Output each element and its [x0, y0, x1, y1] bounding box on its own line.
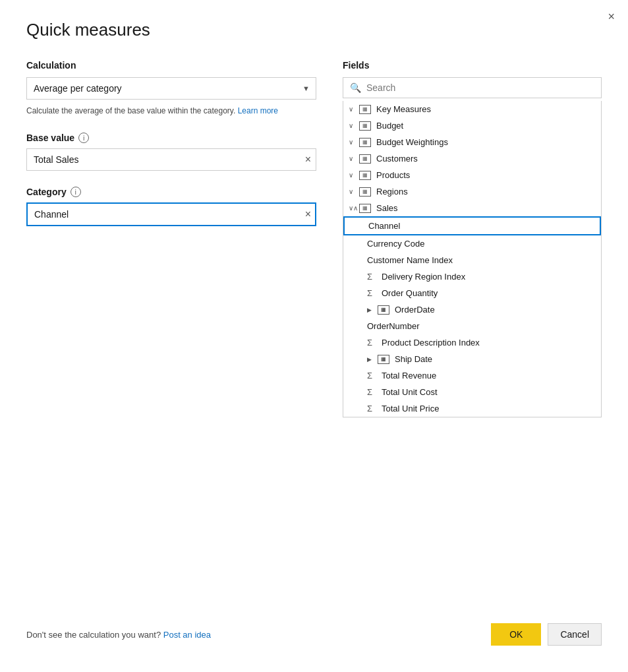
- main-content: Calculation Average per categorySumCount…: [26, 60, 602, 603]
- tree-item-order-number[interactable]: OrderNumber: [343, 318, 601, 334]
- tree-item-key-measures[interactable]: ▦ Key Measures: [343, 101, 601, 117]
- table-icon-key-measures: ▦: [359, 105, 371, 114]
- calculation-label: Calculation: [26, 60, 316, 71]
- tree-item-sales[interactable]: ∧ ▦ Sales: [343, 200, 601, 216]
- tree-label-products: Products: [376, 170, 410, 180]
- base-value-clear-button[interactable]: ×: [305, 154, 311, 165]
- category-input[interactable]: [26, 202, 316, 226]
- chevron-ship-date: ▶: [367, 356, 375, 363]
- tree-label-sales: Sales: [376, 203, 398, 213]
- search-icon: 🔍: [350, 82, 361, 93]
- cancel-button[interactable]: Cancel: [548, 623, 602, 646]
- dialog-title: Quick measures: [26, 20, 602, 40]
- tree-item-order-quantity[interactable]: Σ Order Quantity: [343, 285, 601, 301]
- sigma-icon-total-revenue: Σ: [367, 371, 376, 381]
- tree-item-ship-date[interactable]: ▶ ▦ Ship Date: [343, 351, 601, 367]
- tree-label-total-unit-cost: Total Unit Cost: [382, 387, 438, 397]
- calculation-select-wrapper[interactable]: Average per categorySumCountMaxMin: [26, 77, 316, 100]
- sigma-icon-total-unit-cost: Σ: [367, 387, 376, 397]
- tree-item-budget[interactable]: ▦ Budget: [343, 117, 601, 134]
- post-idea-link[interactable]: Post an idea: [163, 630, 211, 640]
- tree-label-budget-weightings: Budget Weightings: [376, 137, 448, 147]
- tree-label-order-number: OrderNumber: [367, 321, 419, 331]
- base-value-info-icon: i: [78, 133, 89, 143]
- table-icon-regions: ▦: [359, 187, 371, 197]
- sigma-icon-order-qty: Σ: [367, 288, 376, 298]
- calendar-icon-order-date: ▦: [378, 305, 389, 315]
- tree-item-product-description-index[interactable]: Σ Product Description Index: [343, 334, 601, 351]
- search-box: 🔍: [343, 77, 602, 98]
- quick-measures-dialog: × Quick measures Calculation Average per…: [0, 0, 628, 672]
- category-input-wrapper: ×: [26, 202, 316, 226]
- tree-item-order-date[interactable]: ▶ ▦ OrderDate: [343, 301, 601, 318]
- calculation-select[interactable]: Average per categorySumCountMaxMin: [26, 77, 316, 100]
- footer: Don't see the calculation you want? Post…: [26, 603, 602, 646]
- tree-label-customers: Customers: [376, 154, 418, 164]
- fields-label: Fields: [343, 60, 602, 71]
- ok-button[interactable]: OK: [491, 623, 541, 646]
- tree-item-delivery-region-index[interactable]: Σ Delivery Region Index: [343, 268, 601, 285]
- table-icon-budget-weightings: ▦: [359, 138, 371, 147]
- base-value-input-wrapper: ×: [26, 148, 316, 171]
- tree-label-order-quantity: Order Quantity: [382, 288, 438, 298]
- chevron-customers: [349, 155, 357, 162]
- chevron-budget-weightings: [349, 138, 357, 146]
- category-label: Category: [26, 187, 67, 197]
- search-input[interactable]: [366, 82, 594, 93]
- base-value-label: Base value: [26, 133, 74, 143]
- table-icon-sales: ▦: [359, 204, 371, 213]
- tree-item-customer-name-index[interactable]: Customer Name Index: [343, 252, 601, 268]
- chevron-order-date: ▶: [367, 307, 375, 313]
- tree-item-total-revenue[interactable]: Σ Total Revenue: [343, 367, 601, 384]
- base-value-row: Base value i: [26, 133, 316, 143]
- chevron-key-measures: [349, 106, 357, 113]
- footer-left-text: Don't see the calculation you want? Post…: [26, 630, 211, 640]
- tree-label-delivery-region-index: Delivery Region Index: [382, 272, 465, 282]
- sigma-icon-delivery: Σ: [367, 272, 376, 282]
- chevron-budget: [349, 122, 357, 129]
- tree-label-order-date: OrderDate: [395, 305, 435, 315]
- footer-buttons: OK Cancel: [491, 623, 602, 646]
- tree-item-budget-weightings[interactable]: ▦ Budget Weightings: [343, 134, 601, 150]
- tree-item-total-unit-cost[interactable]: Σ Total Unit Cost: [343, 384, 601, 400]
- tree-label-total-revenue: Total Revenue: [382, 371, 436, 381]
- tree-label-budget: Budget: [376, 121, 403, 131]
- tree-label-ship-date: Ship Date: [395, 354, 432, 364]
- chevron-regions: [349, 188, 357, 195]
- tree-label-product-description-index: Product Description Index: [382, 338, 480, 348]
- tree-item-channel[interactable]: Channel: [343, 216, 601, 235]
- tree-item-total-unit-price[interactable]: Σ Total Unit Price: [343, 400, 601, 417]
- fields-tree: ▦ Key Measures ▦ Budget ▦ Budget Weighti…: [343, 101, 602, 417]
- category-clear-button[interactable]: ×: [305, 209, 311, 220]
- tree-item-currency-code[interactable]: Currency Code: [343, 235, 601, 252]
- tree-item-customers[interactable]: ▦ Customers: [343, 150, 601, 167]
- sigma-icon-total-unit-price: Σ: [367, 404, 376, 413]
- chevron-sales: ∧: [349, 204, 357, 212]
- table-icon-budget: ▦: [359, 121, 371, 131]
- tree-label-channel: Channel: [368, 221, 400, 231]
- close-button[interactable]: ×: [608, 11, 615, 22]
- category-row: Category i: [26, 187, 316, 197]
- table-icon-customers: ▦: [359, 154, 371, 164]
- calculation-description: Calculate the average of the base value …: [26, 105, 316, 117]
- learn-more-link[interactable]: Learn more: [238, 106, 278, 115]
- left-panel: Calculation Average per categorySumCount…: [26, 60, 316, 603]
- tree-item-regions[interactable]: ▦ Regions: [343, 183, 601, 200]
- table-icon-products: ▦: [359, 171, 371, 180]
- tree-label-regions: Regions: [376, 187, 408, 197]
- tree-label-key-measures: Key Measures: [376, 104, 431, 114]
- tree-label-customer-name-index: Customer Name Index: [367, 255, 453, 265]
- tree-label-currency-code: Currency Code: [367, 239, 424, 249]
- tree-item-products[interactable]: ▦ Products: [343, 167, 601, 183]
- tree-label-total-unit-price: Total Unit Price: [382, 404, 439, 413]
- calendar-icon-ship-date: ▦: [378, 355, 389, 364]
- base-value-input[interactable]: [26, 148, 316, 171]
- right-panel: Fields 🔍 ▦ Key Measures ▦ Budget: [343, 60, 602, 603]
- sigma-icon-product-desc: Σ: [367, 338, 376, 348]
- chevron-products: [349, 171, 357, 179]
- category-info-icon: i: [71, 187, 81, 197]
